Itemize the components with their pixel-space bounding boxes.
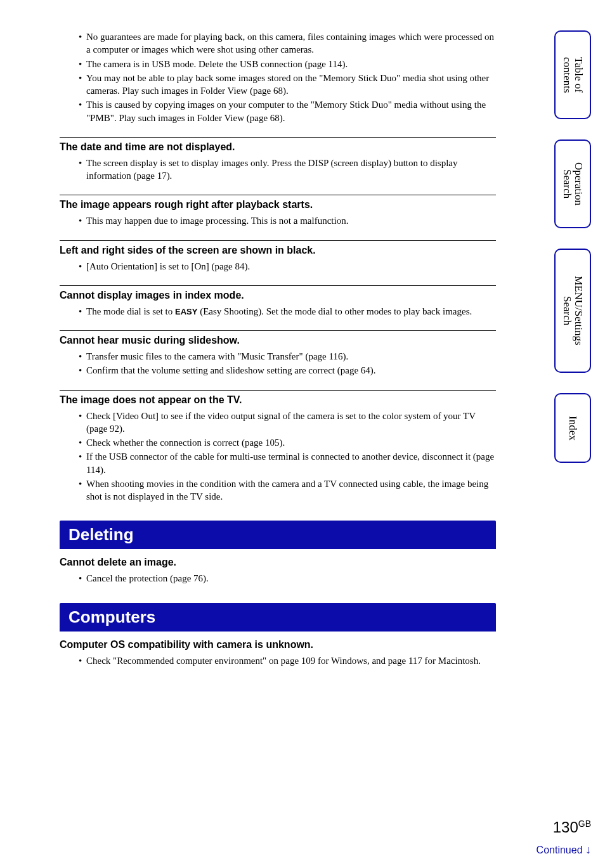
issue-block: The date and time are not displayed. The…	[60, 137, 496, 183]
list-item: You may not be able to play back some im…	[86, 72, 496, 98]
issue-title: The date and time are not displayed.	[60, 137, 496, 153]
issue-title: Computer OS compatibility with camera is…	[60, 639, 496, 651]
page-num: 130	[553, 819, 578, 836]
bullet-list: This may happen due to image processing.…	[60, 214, 496, 227]
list-item: [Auto Orientation] is set to [On] (page …	[86, 260, 496, 273]
list-item: Confirm that the volume setting and slid…	[86, 364, 496, 377]
issue-title: Cannot display images in index mode.	[60, 285, 496, 301]
issue-title: The image does not appear on the TV.	[60, 390, 496, 406]
tab-label: MENU/Settings Search	[561, 276, 584, 346]
list-item: Check whether the connection is correct …	[86, 436, 496, 449]
list-item: This may happen due to image processing.…	[86, 214, 496, 227]
list-item: No guarantees are made for playing back,…	[86, 30, 496, 56]
issue-block: The image does not appear on the TV. Che…	[60, 390, 496, 503]
section-banner-deleting: Deleting	[60, 521, 496, 549]
page-number: 130GB	[553, 819, 591, 836]
main-content: No guarantees are made for playing back,…	[60, 30, 496, 668]
list-item: This is caused by copying images on your…	[86, 98, 496, 124]
list-item: When shooting movies in the condition wi…	[86, 477, 496, 503]
list-item: If the USB connector of the cable for mu…	[86, 450, 496, 476]
list-item: Check "Recommended computer environment"…	[86, 654, 496, 667]
list-item: Cancel the protection (page 76).	[86, 572, 496, 585]
tab-operation-search[interactable]: Operation Search	[554, 139, 591, 228]
list-item: The screen display is set to display ima…	[86, 157, 496, 183]
tab-index[interactable]: Index	[554, 393, 591, 463]
list-item: Check [Video Out] to see if the video ou…	[86, 410, 496, 436]
tab-label: Index	[567, 416, 578, 441]
bullet-list: Check [Video Out] to see if the video ou…	[60, 410, 496, 503]
tab-menu-settings-search[interactable]: MENU/Settings Search	[554, 249, 591, 373]
easy-label: EASY	[175, 307, 197, 316]
intro-bullet-list: No guarantees are made for playing back,…	[60, 30, 496, 124]
text: (Easy Shooting). Set the mode dial to ot…	[197, 306, 472, 316]
continued-label: Continued	[537, 845, 583, 855]
issue-title: Cannot delete an image.	[60, 557, 496, 568]
page-suffix: GB	[578, 819, 591, 829]
issue-block: Left and right sides of the screen are s…	[60, 240, 496, 273]
issue-block: Cannot hear music during slideshow. Tran…	[60, 330, 496, 377]
section-banner-computers: Computers	[60, 603, 496, 632]
tab-table-of-contents[interactable]: Table of contents	[554, 30, 591, 119]
down-arrow-icon: ↓	[585, 843, 591, 856]
tab-label: Operation Search	[561, 162, 584, 205]
side-tabs: Table of contents Operation Search MENU/…	[554, 30, 591, 483]
bullet-list: Cancel the protection (page 76).	[60, 572, 496, 585]
continued-indicator: Continued ↓	[537, 843, 591, 857]
text: The mode dial is set to	[86, 306, 175, 316]
list-item: The camera is in USB mode. Delete the US…	[86, 58, 496, 70]
bullet-list: The screen display is set to display ima…	[60, 157, 496, 183]
bullet-list: [Auto Orientation] is set to [On] (page …	[60, 260, 496, 273]
issue-block: Cannot display images in index mode. The…	[60, 285, 496, 318]
issue-title: Left and right sides of the screen are s…	[60, 240, 496, 256]
issue-block: The image appears rough right after play…	[60, 195, 496, 227]
issue-title: The image appears rough right after play…	[60, 195, 496, 211]
tab-label: Table of contents	[561, 57, 584, 93]
list-item: Transfer music files to the camera with …	[86, 350, 496, 363]
issue-title: Cannot hear music during slideshow.	[60, 330, 496, 346]
bullet-list: Transfer music files to the camera with …	[60, 350, 496, 377]
list-item: The mode dial is set to EASY (Easy Shoot…	[86, 305, 496, 318]
bullet-list: Check "Recommended computer environment"…	[60, 654, 496, 667]
bullet-list: The mode dial is set to EASY (Easy Shoot…	[60, 305, 496, 318]
